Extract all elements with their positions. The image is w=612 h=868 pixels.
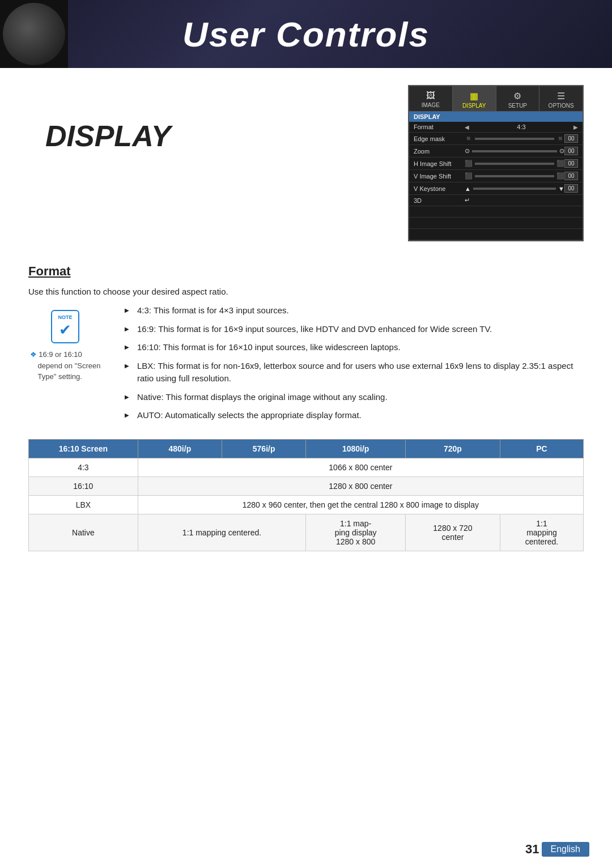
table-row-43: 4:3 1066 x 800 center bbox=[29, 458, 584, 476]
note-inner: NOTE ✔ bbox=[58, 314, 72, 339]
osd-edgemask-icon-right: ◾ bbox=[556, 135, 564, 142]
osd-vkeystone-control: ▲ ▼ 00 bbox=[465, 184, 578, 193]
osd-3d-control: ↵ bbox=[465, 197, 578, 204]
osd-hshift-slider bbox=[475, 163, 554, 165]
osd-vshift-label: V Image Shift bbox=[414, 173, 465, 180]
table-cell-1610-value: 1280 x 800 center bbox=[138, 476, 583, 495]
bullet-item-lbx: LBX: This format is for non-16x9, letter… bbox=[125, 360, 584, 385]
table-cell-native-label: Native bbox=[29, 514, 138, 551]
osd-section-title: DISPLAY bbox=[409, 112, 583, 122]
bullet-auto-text: AUTO: Automatically selects the appropri… bbox=[137, 410, 362, 420]
osd-zoom-value: 00 bbox=[564, 147, 578, 155]
osd-edgemask-row: Edge mask ◾ ◾ 00 bbox=[409, 133, 583, 145]
osd-hshift-row: H Image Shift ⬛ ⬛ 00 bbox=[409, 158, 583, 170]
osd-zoom-control: ⊙ ⊙ 00 bbox=[465, 147, 578, 155]
page-footer: 31 English bbox=[525, 842, 589, 857]
osd-vkeystone-slider bbox=[473, 188, 556, 190]
bullet-1610-text: 16:10: This format is for 16×10 input so… bbox=[137, 342, 401, 352]
bullet-43-text: 4:3: This format is for 4×3 input source… bbox=[137, 305, 289, 315]
top-section: DISPLAY 🖼 IMAGE ▦ DISPLAY ⚙ SETUP ☰ OP bbox=[28, 85, 584, 241]
osd-tab-image: 🖼 IMAGE bbox=[409, 86, 453, 111]
osd-zoom-icon-left: ⊙ bbox=[465, 147, 470, 155]
osd-tab-image-label: IMAGE bbox=[422, 102, 440, 108]
table-header-screen: 16:10 Screen bbox=[29, 439, 138, 458]
table-cell-native-1080: 1:1 map-ping display1280 x 800 bbox=[306, 514, 406, 551]
image-tab-icon: 🖼 bbox=[411, 91, 450, 101]
osd-vshift-icon-right: ⬛ bbox=[556, 172, 564, 180]
osd-zoom-slider bbox=[472, 150, 557, 152]
osd-format-label: Format bbox=[414, 124, 465, 130]
osd-vshift-slider bbox=[475, 175, 554, 177]
bullet-list: 4:3: This format is for 4×3 input source… bbox=[125, 304, 584, 428]
page-title: User Controls bbox=[182, 14, 430, 54]
format-heading: Format bbox=[28, 264, 584, 279]
table-header-1080: 1080i/p bbox=[306, 439, 406, 458]
osd-format-left-arrow: ◀ bbox=[465, 124, 469, 130]
osd-empty-row3 bbox=[409, 229, 583, 240]
format-table: 16:10 Screen 480i/p 576i/p 1080i/p 720p … bbox=[28, 439, 584, 551]
language-label: English bbox=[542, 842, 589, 857]
osd-hshift-icon-left: ⬛ bbox=[465, 160, 473, 167]
osd-edgemask-control: ◾ ◾ 00 bbox=[465, 134, 578, 143]
logo-area bbox=[0, 0, 68, 68]
osd-tabs: 🖼 IMAGE ▦ DISPLAY ⚙ SETUP ☰ OPTIONS bbox=[409, 86, 583, 112]
format-intro: Use this function to choose your desired… bbox=[28, 287, 584, 296]
osd-panel: 🖼 IMAGE ▦ DISPLAY ⚙ SETUP ☰ OPTIONS DISP… bbox=[408, 85, 584, 241]
table-cell-43-value: 1066 x 800 center bbox=[138, 458, 583, 476]
osd-edgemask-label: Edge mask bbox=[414, 135, 465, 142]
osd-3d-enter-icon: ↵ bbox=[465, 197, 470, 204]
note-checkmark-icon: ✔ bbox=[58, 321, 72, 339]
osd-vshift-value: 00 bbox=[564, 172, 578, 180]
osd-vshift-row: V Image Shift ⬛ ⬛ 00 bbox=[409, 170, 583, 182]
format-body: NOTE ✔ ❖ 16:9 or 16:10 depend on "Screen… bbox=[28, 304, 584, 439]
osd-edgemask-value: 00 bbox=[564, 134, 578, 143]
osd-vkeystone-icon-right: ▼ bbox=[558, 185, 564, 192]
page-number: 31 bbox=[525, 842, 539, 857]
osd-tab-display: ▦ DISPLAY bbox=[453, 86, 496, 111]
osd-empty-row2 bbox=[409, 218, 583, 229]
osd-tab-display-label: DISPLAY bbox=[462, 103, 486, 109]
osd-vkeystone-row: V Keystone ▲ ▼ 00 bbox=[409, 182, 583, 195]
table-cell-lbx-label: LBX bbox=[29, 495, 138, 514]
table-cell-native-pc: 1:1mappingcentered. bbox=[500, 514, 584, 551]
osd-hshift-icon-right: ⬛ bbox=[556, 160, 564, 167]
osd-tab-options: ☰ OPTIONS bbox=[539, 86, 583, 111]
logo-circle bbox=[3, 3, 65, 65]
osd-zoom-label: Zoom bbox=[414, 148, 465, 155]
osd-tab-setup-label: SETUP bbox=[508, 103, 527, 109]
table-header-720: 720p bbox=[405, 439, 500, 458]
main-content: DISPLAY 🖼 IMAGE ▦ DISPLAY ⚙ SETUP ☰ OP bbox=[0, 68, 612, 585]
format-section: Format Use this function to choose your … bbox=[28, 258, 584, 568]
osd-zoom-icon-right: ⊙ bbox=[559, 147, 564, 155]
osd-zoom-row: Zoom ⊙ ⊙ 00 bbox=[409, 145, 583, 158]
table-header-pc: PC bbox=[500, 439, 584, 458]
osd-vshift-icon-left: ⬛ bbox=[465, 172, 473, 180]
osd-hshift-label: H Image Shift bbox=[414, 160, 465, 167]
note-diamond-icon: ❖ bbox=[30, 350, 37, 359]
setup-tab-icon: ⚙ bbox=[499, 91, 537, 101]
osd-vshift-control: ⬛ ⬛ 00 bbox=[465, 172, 578, 180]
osd-hshift-value: 00 bbox=[564, 159, 578, 168]
table-header-row: 16:10 Screen 480i/p 576i/p 1080i/p 720p … bbox=[29, 439, 584, 458]
note-line3: Type" setting. bbox=[38, 372, 82, 381]
bullet-item-native: Native: This format displays the origina… bbox=[125, 391, 584, 404]
note-box: NOTE ✔ bbox=[51, 310, 79, 343]
note-line1: 16:9 or 16:10 bbox=[39, 350, 82, 359]
osd-3d-label: 3D bbox=[414, 197, 465, 204]
table-row-lbx: LBX 1280 x 960 center, then get the cent… bbox=[29, 495, 584, 514]
table-header-576: 576i/p bbox=[222, 439, 306, 458]
osd-3d-row: 3D ↵ bbox=[409, 195, 583, 206]
osd-format-value: 4:3 bbox=[469, 124, 573, 130]
osd-edgemask-slider bbox=[475, 138, 554, 140]
bullet-item-169: 16:9: This format is for 16×9 input sour… bbox=[125, 323, 584, 336]
page-header: User Controls bbox=[0, 0, 612, 68]
note-text: ❖ 16:9 or 16:10 depend on "Screen Type" … bbox=[30, 349, 101, 382]
osd-hshift-control: ⬛ ⬛ 00 bbox=[465, 159, 578, 168]
table-cell-native-480-576: 1:1 mapping centered. bbox=[138, 514, 306, 551]
osd-format-right-arrow: ▶ bbox=[573, 124, 578, 130]
bullet-169-text: 16:9: This format is for 16×9 input sour… bbox=[137, 324, 492, 334]
table-cell-1610-label: 16:10 bbox=[29, 476, 138, 495]
note-line2: depend on "Screen bbox=[38, 361, 101, 370]
table-row-native: Native 1:1 mapping centered. 1:1 map-pin… bbox=[29, 514, 584, 551]
display-heading: DISPLAY bbox=[28, 85, 397, 153]
